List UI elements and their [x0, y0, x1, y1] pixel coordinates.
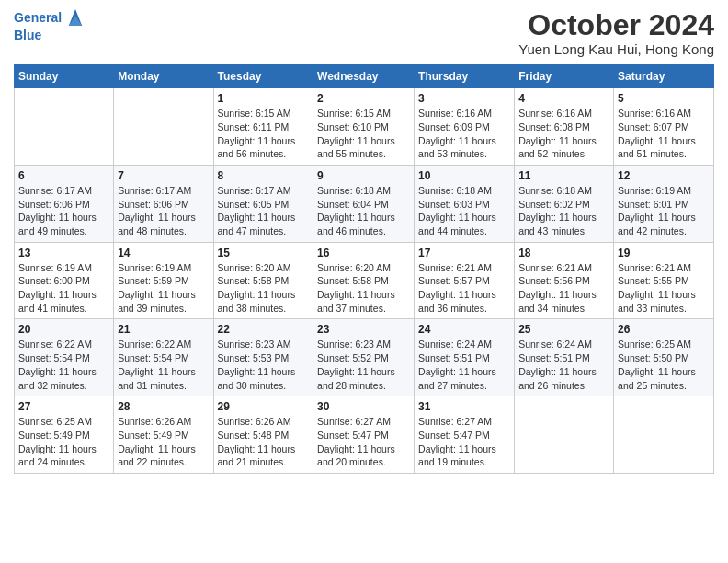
day-number: 29 — [218, 400, 310, 413]
day-number: 2 — [317, 92, 410, 105]
day-number: 20 — [18, 323, 109, 336]
calendar-week-row: 20 Sunrise: 6:22 AMSunset: 5:54 PMDaylig… — [15, 319, 714, 396]
page: General Blue October 2024 Yuen Long Kau … — [0, 0, 728, 563]
col-friday: Friday — [515, 65, 614, 88]
day-info: Sunrise: 6:16 AMSunset: 6:08 PMDaylight:… — [518, 107, 609, 161]
table-row: 9 Sunrise: 6:18 AMSunset: 6:04 PMDayligh… — [313, 165, 415, 242]
day-info: Sunrise: 6:25 AMSunset: 5:49 PMDaylight:… — [18, 415, 109, 469]
day-info: Sunrise: 6:17 AMSunset: 6:06 PMDaylight:… — [118, 184, 209, 238]
table-row: 24 Sunrise: 6:24 AMSunset: 5:51 PMDaylig… — [415, 319, 515, 396]
col-wednesday: Wednesday — [313, 65, 415, 88]
day-info: Sunrise: 6:17 AMSunset: 6:06 PMDaylight:… — [18, 184, 109, 238]
table-row: 13 Sunrise: 6:19 AMSunset: 6:00 PMDaylig… — [15, 242, 114, 319]
day-number: 5 — [618, 92, 710, 105]
day-number: 27 — [18, 400, 109, 413]
location-title: Yuen Long Kau Hui, Hong Kong — [518, 41, 714, 57]
table-row: 6 Sunrise: 6:17 AMSunset: 6:06 PMDayligh… — [15, 165, 114, 242]
day-info: Sunrise: 6:23 AMSunset: 5:52 PMDaylight:… — [317, 338, 410, 392]
day-number: 6 — [18, 169, 109, 182]
col-tuesday: Tuesday — [213, 65, 313, 88]
day-number: 26 — [618, 323, 710, 336]
day-number: 18 — [518, 247, 609, 259]
day-info: Sunrise: 6:22 AMSunset: 5:54 PMDaylight:… — [18, 338, 109, 392]
day-info: Sunrise: 6:16 AMSunset: 6:09 PMDaylight:… — [418, 107, 510, 161]
table-row: 27 Sunrise: 6:25 AMSunset: 5:49 PMDaylig… — [15, 396, 114, 474]
calendar-week-row: 27 Sunrise: 6:25 AMSunset: 5:49 PMDaylig… — [15, 396, 714, 474]
day-info: Sunrise: 6:18 AMSunset: 6:02 PMDaylight:… — [518, 184, 609, 238]
col-sunday: Sunday — [15, 65, 114, 88]
day-number: 13 — [18, 247, 109, 259]
day-info: Sunrise: 6:20 AMSunset: 5:58 PMDaylight:… — [218, 261, 310, 316]
day-info: Sunrise: 6:26 AMSunset: 5:48 PMDaylight:… — [218, 415, 310, 469]
day-number: 3 — [418, 92, 510, 105]
day-info: Sunrise: 6:19 AMSunset: 6:00 PMDaylight:… — [18, 261, 109, 316]
calendar-week-row: 13 Sunrise: 6:19 AMSunset: 6:00 PMDaylig… — [15, 242, 714, 319]
day-info: Sunrise: 6:25 AMSunset: 5:50 PMDaylight:… — [618, 338, 710, 392]
day-info: Sunrise: 6:15 AMSunset: 6:10 PMDaylight:… — [317, 107, 410, 161]
table-row: 1 Sunrise: 6:15 AMSunset: 6:11 PMDayligh… — [213, 88, 313, 166]
calendar-table: Sunday Monday Tuesday Wednesday Thursday… — [14, 64, 714, 474]
day-number: 30 — [317, 400, 410, 413]
table-row: 23 Sunrise: 6:23 AMSunset: 5:52 PMDaylig… — [313, 319, 415, 396]
table-row: 3 Sunrise: 6:16 AMSunset: 6:09 PMDayligh… — [415, 88, 515, 166]
day-number: 14 — [118, 247, 209, 259]
calendar-header-row: Sunday Monday Tuesday Wednesday Thursday… — [15, 65, 714, 88]
table-row: 30 Sunrise: 6:27 AMSunset: 5:47 PMDaylig… — [313, 396, 415, 474]
day-info: Sunrise: 6:24 AMSunset: 5:51 PMDaylight:… — [518, 338, 609, 392]
day-info: Sunrise: 6:21 AMSunset: 5:55 PMDaylight:… — [618, 261, 710, 316]
header: General Blue October 2024 Yuen Long Kau … — [14, 9, 714, 57]
table-row: 31 Sunrise: 6:27 AMSunset: 5:47 PMDaylig… — [415, 396, 515, 474]
table-row: 7 Sunrise: 6:17 AMSunset: 6:06 PMDayligh… — [114, 165, 213, 242]
day-info: Sunrise: 6:22 AMSunset: 5:54 PMDaylight:… — [118, 338, 209, 392]
day-number: 23 — [317, 323, 410, 336]
day-number: 12 — [618, 169, 710, 182]
table-row: 11 Sunrise: 6:18 AMSunset: 6:02 PMDaylig… — [515, 165, 614, 242]
table-row: 10 Sunrise: 6:18 AMSunset: 6:03 PMDaylig… — [415, 165, 515, 242]
day-info: Sunrise: 6:21 AMSunset: 5:56 PMDaylight:… — [518, 261, 609, 316]
day-number: 9 — [317, 169, 410, 182]
day-number: 11 — [518, 169, 609, 182]
month-title: October 2024 — [518, 9, 714, 41]
table-row: 21 Sunrise: 6:22 AMSunset: 5:54 PMDaylig… — [114, 319, 213, 396]
day-number: 21 — [118, 323, 209, 336]
day-info: Sunrise: 6:15 AMSunset: 6:11 PMDaylight:… — [218, 107, 310, 161]
table-row: 20 Sunrise: 6:22 AMSunset: 5:54 PMDaylig… — [15, 319, 114, 396]
table-row: 16 Sunrise: 6:20 AMSunset: 5:58 PMDaylig… — [313, 242, 415, 319]
day-number: 8 — [218, 169, 310, 182]
day-info: Sunrise: 6:16 AMSunset: 6:07 PMDaylight:… — [618, 107, 710, 161]
table-row: 8 Sunrise: 6:17 AMSunset: 6:05 PMDayligh… — [213, 165, 313, 242]
day-info: Sunrise: 6:18 AMSunset: 6:04 PMDaylight:… — [317, 184, 410, 238]
table-row: 14 Sunrise: 6:19 AMSunset: 5:59 PMDaylig… — [114, 242, 213, 319]
day-number: 22 — [218, 323, 310, 336]
day-info: Sunrise: 6:17 AMSunset: 6:05 PMDaylight:… — [218, 184, 310, 238]
table-row: 26 Sunrise: 6:25 AMSunset: 5:50 PMDaylig… — [614, 319, 714, 396]
day-info: Sunrise: 6:24 AMSunset: 5:51 PMDaylight:… — [418, 338, 510, 392]
calendar-week-row: 6 Sunrise: 6:17 AMSunset: 6:06 PMDayligh… — [15, 165, 714, 242]
table-row: 5 Sunrise: 6:16 AMSunset: 6:07 PMDayligh… — [614, 88, 714, 166]
day-number: 15 — [218, 247, 310, 259]
table-row: 19 Sunrise: 6:21 AMSunset: 5:55 PMDaylig… — [614, 242, 714, 319]
table-row: 28 Sunrise: 6:26 AMSunset: 5:49 PMDaylig… — [114, 396, 213, 474]
logo-text2: Blue — [14, 28, 84, 43]
table-row: 17 Sunrise: 6:21 AMSunset: 5:57 PMDaylig… — [415, 242, 515, 319]
table-row — [15, 88, 114, 166]
table-row: 22 Sunrise: 6:23 AMSunset: 5:53 PMDaylig… — [213, 319, 313, 396]
logo: General Blue — [14, 9, 84, 43]
table-row: 15 Sunrise: 6:20 AMSunset: 5:58 PMDaylig… — [213, 242, 313, 319]
table-row: 25 Sunrise: 6:24 AMSunset: 5:51 PMDaylig… — [515, 319, 614, 396]
day-info: Sunrise: 6:26 AMSunset: 5:49 PMDaylight:… — [118, 415, 209, 469]
svg-marker-1 — [69, 16, 82, 26]
day-info: Sunrise: 6:21 AMSunset: 5:57 PMDaylight:… — [418, 261, 510, 316]
col-thursday: Thursday — [415, 65, 515, 88]
table-row — [515, 396, 614, 474]
day-info: Sunrise: 6:23 AMSunset: 5:53 PMDaylight:… — [218, 338, 310, 392]
day-info: Sunrise: 6:20 AMSunset: 5:58 PMDaylight:… — [317, 261, 410, 316]
day-number: 7 — [118, 169, 209, 182]
table-row: 18 Sunrise: 6:21 AMSunset: 5:56 PMDaylig… — [515, 242, 614, 319]
table-row: 29 Sunrise: 6:26 AMSunset: 5:48 PMDaylig… — [213, 396, 313, 474]
day-info: Sunrise: 6:18 AMSunset: 6:03 PMDaylight:… — [418, 184, 510, 238]
col-saturday: Saturday — [614, 65, 714, 88]
table-row: 2 Sunrise: 6:15 AMSunset: 6:10 PMDayligh… — [313, 88, 415, 166]
table-row: 4 Sunrise: 6:16 AMSunset: 6:08 PMDayligh… — [515, 88, 614, 166]
day-number: 16 — [317, 247, 410, 259]
